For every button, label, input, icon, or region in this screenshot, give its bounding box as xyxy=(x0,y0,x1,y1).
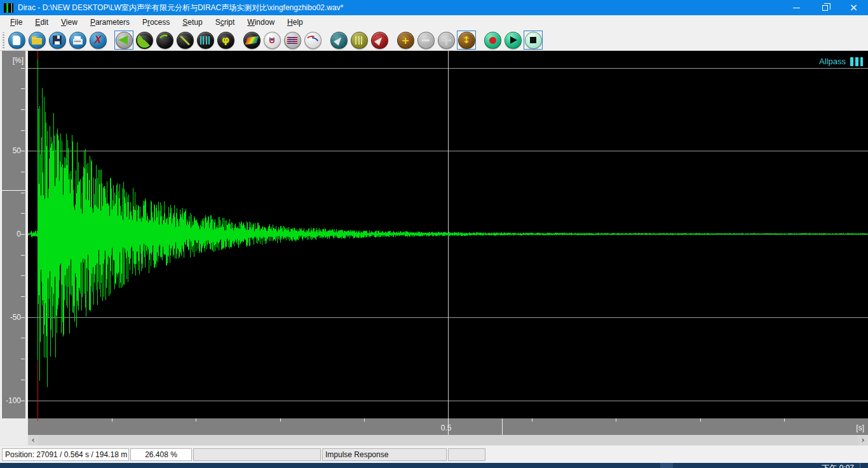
u-icon: U xyxy=(264,32,281,49)
folder-icon xyxy=(29,32,46,49)
ruler-tick xyxy=(364,418,365,422)
menu-item-edit[interactable]: Edit xyxy=(29,15,55,30)
menu-item-help[interactable]: Help xyxy=(281,15,309,30)
view-phase-button[interactable]: φ xyxy=(216,31,235,50)
status-percent: 26.408 % xyxy=(130,448,192,461)
printer-icon xyxy=(69,32,86,49)
taskbar-clock[interactable]: 下午 0:07 xyxy=(822,464,854,468)
restore-button[interactable] xyxy=(811,0,839,15)
taskbar-strip: 下午 0:07 xyxy=(0,463,868,468)
y-axis[interactable]: [%] 500-50-100 xyxy=(1,51,25,418)
cursor-tick xyxy=(37,418,38,421)
status-panel-5 xyxy=(448,448,485,461)
diagonal-icon xyxy=(177,32,194,49)
h-scrollbar[interactable]: ‹ › xyxy=(28,435,868,445)
minimize-button[interactable] xyxy=(782,0,811,15)
taskbar-highlight xyxy=(660,463,673,468)
y-axis-tick xyxy=(21,275,25,276)
rainbow-icon xyxy=(243,32,261,49)
close-file-button[interactable]: X xyxy=(88,31,107,50)
menu-item-process[interactable]: Process xyxy=(136,15,176,30)
floppy-icon xyxy=(49,32,66,49)
restore-icon xyxy=(822,5,828,11)
ruler-corner xyxy=(0,418,28,435)
minimize-icon xyxy=(793,8,800,8)
y-axis-tick xyxy=(21,151,25,151)
waveform-canvas[interactable] xyxy=(28,51,868,418)
play-icon xyxy=(505,32,522,49)
ruler-tick xyxy=(196,418,196,422)
y-axis-tick xyxy=(21,401,25,401)
y-axis-label: -100 xyxy=(2,396,21,405)
bars3-icon xyxy=(351,32,368,49)
toolbar-grip[interactable] xyxy=(3,32,4,48)
frequency-response-button[interactable] xyxy=(303,31,322,50)
pie-icon xyxy=(136,32,153,49)
minus-icon xyxy=(417,32,435,49)
close-icon: × xyxy=(850,3,858,13)
menu-item-setup[interactable]: Setup xyxy=(176,15,208,30)
parameter-table-button[interactable] xyxy=(283,31,302,50)
pointer-tool-button[interactable] xyxy=(370,31,389,50)
zoom-in-button[interactable]: + xyxy=(396,31,415,50)
print-button[interactable] xyxy=(68,31,87,50)
position-marker xyxy=(502,418,503,435)
status-panel-3 xyxy=(193,448,321,461)
scroll-left-button[interactable]: ‹ xyxy=(28,435,38,445)
view-energy-button[interactable] xyxy=(135,31,154,50)
menu-item-file[interactable]: File xyxy=(4,15,29,30)
menu-item-parameters[interactable]: Parameters xyxy=(84,15,136,30)
ruler-tick xyxy=(784,418,785,422)
y-axis-tick xyxy=(21,130,25,131)
status-position: Position: 27091 / 0.564 s / 194.18 m xyxy=(2,448,129,461)
menu-bar: FileEditViewParametersProcessSetupScript… xyxy=(0,15,868,30)
view-waterfall-button[interactable] xyxy=(242,31,261,50)
close-button[interactable]: × xyxy=(839,0,868,15)
cursor-tool-button[interactable] xyxy=(329,31,348,50)
channel-label: Allpass xyxy=(819,57,846,66)
y-axis-tick xyxy=(21,317,25,318)
ruler-tick xyxy=(616,418,616,422)
save-file-button[interactable] xyxy=(48,31,67,50)
menu-item-view[interactable]: View xyxy=(55,15,84,30)
ruler-tick xyxy=(700,418,701,422)
table-icon xyxy=(284,32,301,49)
time-ruler[interactable]: [s] 0.5 xyxy=(28,418,868,435)
y-axis-label: 50 xyxy=(2,146,21,155)
channel-overlay: Allpass xyxy=(819,57,863,66)
u-badge-button[interactable]: U xyxy=(262,31,281,50)
y-axis-label: -50 xyxy=(2,313,21,322)
curve-icon xyxy=(156,32,173,49)
record-icon xyxy=(484,32,501,49)
stop-button[interactable] xyxy=(524,31,543,50)
view-impulse-response-button[interactable] xyxy=(114,31,133,50)
scrollbar-track[interactable] xyxy=(38,435,858,445)
open-file-button[interactable] xyxy=(27,31,46,50)
view-spectrum-button[interactable] xyxy=(196,31,215,50)
chevron-left-icon: ‹ xyxy=(31,435,34,444)
ruler-tick xyxy=(112,418,112,422)
stop-icon xyxy=(525,32,542,49)
toolbar: XφU+↕ xyxy=(0,30,868,51)
y-axis-tick xyxy=(21,359,25,359)
pan-button xyxy=(437,31,456,50)
view-decay-curve-button[interactable] xyxy=(155,31,174,50)
page-icon xyxy=(8,32,25,49)
menu-item-window[interactable]: Window xyxy=(241,15,281,30)
marker-tool-button[interactable] xyxy=(349,31,369,50)
vertical-zoom-button[interactable]: ↕ xyxy=(457,31,476,50)
menu-item-script[interactable]: Script xyxy=(209,15,241,30)
y-axis-tick xyxy=(21,68,25,69)
phi-icon: φ xyxy=(217,32,234,49)
status-bar: Position: 27091 / 0.564 s / 194.18 m 26.… xyxy=(0,445,868,463)
status-mode: Impulse Response xyxy=(322,448,447,461)
view-slope-button[interactable] xyxy=(175,31,194,50)
record-button[interactable] xyxy=(483,31,502,50)
new-file-button[interactable] xyxy=(7,31,26,50)
chevron-right-icon: › xyxy=(861,435,864,444)
y-axis-tick xyxy=(21,234,25,235)
play-button[interactable] xyxy=(503,31,522,50)
y-axis-tick xyxy=(21,109,25,110)
y-axis-label: 0 xyxy=(2,230,21,238)
scroll-right-button[interactable]: › xyxy=(858,435,868,445)
